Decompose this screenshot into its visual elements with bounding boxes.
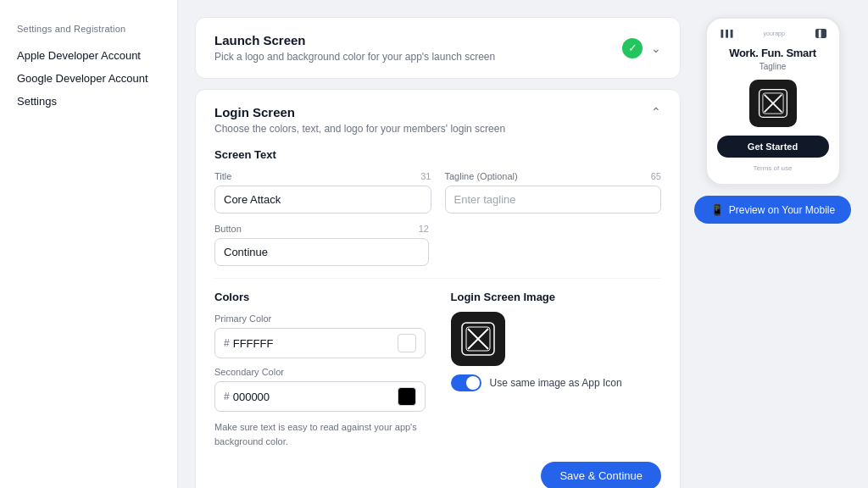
tagline-input[interactable] <box>445 186 662 214</box>
save-continue-button[interactable]: Save & Continue <box>541 462 661 488</box>
launch-screen-info: Launch Screen Pick a logo and background… <box>214 33 495 63</box>
button-count: 12 <box>419 224 429 234</box>
phone-frame: ▐▐▐ yourapp ▌ Work. Fun. Smart Tagline G… <box>705 17 841 186</box>
check-icon: ✓ <box>622 38 643 58</box>
login-screen-info: Login Screen Choose the colors, text, an… <box>214 105 505 135</box>
toggle-label: Use same image as App Icon <box>490 377 622 389</box>
preview-mobile-label: Preview on Your Mobile <box>729 204 835 216</box>
sidebar-section-label: Settings and Registration <box>17 24 160 34</box>
primary-color-field: Primary Color # <box>214 313 426 358</box>
login-screen-card: Login Screen Choose the colors, text, an… <box>195 89 681 488</box>
primary-color-hash: # <box>224 337 230 349</box>
title-tagline-row: Title 31 Tagline (Optional) 65 <box>214 171 661 214</box>
divider <box>214 278 661 279</box>
tagline-count: 65 <box>651 171 661 181</box>
color-hint-text: Make sure text is easy to read against y… <box>214 420 426 448</box>
login-screen-title: Login Screen <box>214 105 505 119</box>
secondary-color-hash: # <box>224 391 230 402</box>
button-label: Button <box>214 224 242 234</box>
title-input[interactable] <box>214 186 431 214</box>
app-icon-preview <box>451 312 505 366</box>
image-section: Login Screen Image Use same image as App… <box>451 291 662 448</box>
sidebar-item-apple-developer[interactable]: Apple Developer Account <box>17 44 160 67</box>
phone-app-icon <box>749 80 797 127</box>
phone-signal-icon: ▐▐▐ <box>719 30 733 37</box>
phone-preview-title: Work. Fun. Smart <box>729 47 816 59</box>
phone-battery-icon: ▌ <box>815 29 827 38</box>
phone-get-started-button[interactable]: Get Started <box>717 136 829 158</box>
button-label-row: Button 12 <box>214 224 429 234</box>
primary-color-label: Primary Color <box>214 313 426 324</box>
main-content: Launch Screen Pick a logo and background… <box>178 0 868 488</box>
launch-screen-card: Launch Screen Pick a logo and background… <box>195 17 681 79</box>
title-group: Title 31 <box>214 171 431 214</box>
login-screen-description: Choose the colors, text, and logo for yo… <box>214 123 505 135</box>
launch-screen-description: Pick a logo and background color for you… <box>214 51 495 63</box>
primary-color-input[interactable] <box>233 337 398 350</box>
phone-preview-panel: ▐▐▐ yourapp ▌ Work. Fun. Smart Tagline G… <box>694 17 851 471</box>
content-area: Launch Screen Pick a logo and background… <box>195 17 681 471</box>
toggle-row: Use same image as App Icon <box>451 374 662 391</box>
phone-terms: Terms of use <box>754 164 793 172</box>
screen-text-section-title: Screen Text <box>214 148 661 161</box>
image-section-title: Login Screen Image <box>451 291 662 303</box>
secondary-color-input[interactable] <box>233 391 398 403</box>
secondary-color-field: Secondary Color # <box>214 367 426 412</box>
chevron-up-icon[interactable]: ⌃ <box>651 105 661 119</box>
mobile-icon: 📱 <box>710 203 724 216</box>
phone-status-bar: ▐▐▐ yourapp ▌ <box>717 29 829 38</box>
same-image-toggle[interactable] <box>451 374 481 391</box>
sidebar-item-settings[interactable]: Settings <box>17 90 160 113</box>
phone-preview-tagline: Tagline <box>760 62 787 71</box>
preview-mobile-button[interactable]: 📱 Preview on Your Mobile <box>694 196 851 224</box>
button-input[interactable] <box>214 238 429 266</box>
tagline-group: Tagline (Optional) 65 <box>445 171 662 214</box>
secondary-color-label: Secondary Color <box>214 367 426 377</box>
secondary-color-input-row[interactable]: # <box>214 381 426 412</box>
chevron-down-icon[interactable]: ⌄ <box>651 42 661 55</box>
launch-screen-actions: ✓ ⌄ <box>622 38 661 58</box>
launch-screen-title: Launch Screen <box>214 33 495 47</box>
title-count: 31 <box>420 171 431 181</box>
phone-app-name: yourapp <box>764 30 785 36</box>
app-icon-svg <box>459 320 497 358</box>
secondary-color-swatch[interactable] <box>398 387 416 406</box>
save-row: Save & Continue <box>214 462 661 488</box>
colors-section: Colors Primary Color # Secondary Color # <box>214 291 426 448</box>
bottom-section: Colors Primary Color # Secondary Color # <box>214 291 661 448</box>
title-label: Title <box>214 171 231 181</box>
tagline-label-row: Tagline (Optional) 65 <box>445 171 662 181</box>
login-card-header: Login Screen Choose the colors, text, an… <box>214 105 661 135</box>
sidebar: Settings and Registration Apple Develope… <box>0 0 178 488</box>
sidebar-item-google-developer[interactable]: Google Developer Account <box>17 67 160 90</box>
title-label-row: Title 31 <box>214 171 431 181</box>
tagline-label: Tagline (Optional) <box>445 171 518 181</box>
button-group: Button 12 <box>214 224 429 266</box>
primary-color-swatch[interactable] <box>398 334 416 352</box>
colors-section-title: Colors <box>214 291 426 303</box>
phone-app-icon-svg <box>757 87 789 119</box>
primary-color-input-row[interactable]: # <box>214 328 426 358</box>
